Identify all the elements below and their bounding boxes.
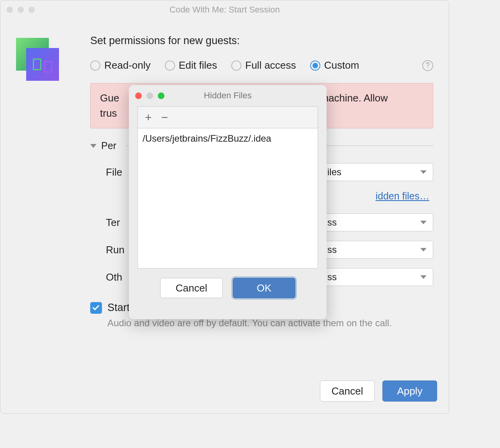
list-item[interactable]: /Users/jetbrains/FizzBuzz/.idea	[142, 132, 314, 145]
code-with-me-icon	[16, 38, 59, 81]
start-call-subtext: Audio and video are off by default. You …	[107, 318, 433, 329]
titlebar: Code With Me: Start Session	[0, 0, 449, 19]
run-access-value: ss	[327, 244, 337, 255]
terminal-access-select[interactable]: ss	[321, 213, 433, 231]
permission-radio-group: Read-only Edit files Full access Custom …	[90, 59, 433, 71]
manage-hidden-files-link[interactable]: idden files…	[375, 190, 429, 201]
apply-button-label: Apply	[397, 385, 422, 397]
modal-ok-button[interactable]: OK	[233, 278, 295, 298]
remove-button[interactable]: −	[161, 112, 168, 123]
permissions-section-label: Per	[101, 140, 116, 151]
cancel-button-label: Cancel	[332, 385, 363, 397]
modal-title: Hidden Files	[129, 91, 327, 101]
window-title: Code With Me: Start Session	[0, 5, 449, 15]
add-button[interactable]: +	[145, 112, 152, 123]
radio-read-only[interactable]: Read-only	[90, 59, 151, 71]
radio-full-access-label: Full access	[245, 59, 296, 71]
disclosure-triangle-icon[interactable]	[90, 144, 96, 148]
modal-cancel-button[interactable]: Cancel	[160, 278, 223, 298]
radio-custom-label: Custom	[324, 59, 359, 71]
modal-cancel-label: Cancel	[176, 282, 207, 294]
warning-text-1b: nachine. Allow	[323, 92, 388, 104]
file-access-value: iles	[327, 167, 341, 178]
start-call-checkbox[interactable]	[90, 302, 102, 314]
warning-text-1a: Gue	[100, 92, 119, 104]
other-access-select[interactable]: ss	[321, 268, 433, 286]
file-access-select[interactable]: iles	[321, 163, 433, 181]
warning-text-2: trus	[100, 107, 117, 119]
help-icon[interactable]: ?	[422, 60, 433, 71]
apply-button[interactable]: Apply	[382, 380, 437, 402]
modal-ok-label: OK	[257, 282, 271, 294]
other-access-value: ss	[327, 272, 337, 283]
cancel-button[interactable]: Cancel	[320, 380, 375, 402]
run-access-select[interactable]: ss	[321, 241, 433, 259]
radio-edit-files[interactable]: Edit files	[165, 59, 217, 71]
hidden-files-list[interactable]: /Users/jetbrains/FizzBuzz/.idea	[138, 128, 318, 268]
radio-full-access[interactable]: Full access	[231, 59, 296, 71]
modal-titlebar: Hidden Files	[129, 85, 327, 106]
radio-read-only-label: Read-only	[104, 59, 151, 71]
permissions-heading: Set permissions for new guests:	[90, 35, 433, 47]
hidden-files-modal: Hidden Files + − /Users/jetbrains/FizzBu…	[129, 85, 327, 319]
hidden-files-toolbar: + −	[138, 106, 318, 128]
terminal-access-value: ss	[327, 217, 337, 228]
radio-edit-files-label: Edit files	[179, 59, 217, 71]
radio-custom[interactable]: Custom	[310, 59, 359, 71]
